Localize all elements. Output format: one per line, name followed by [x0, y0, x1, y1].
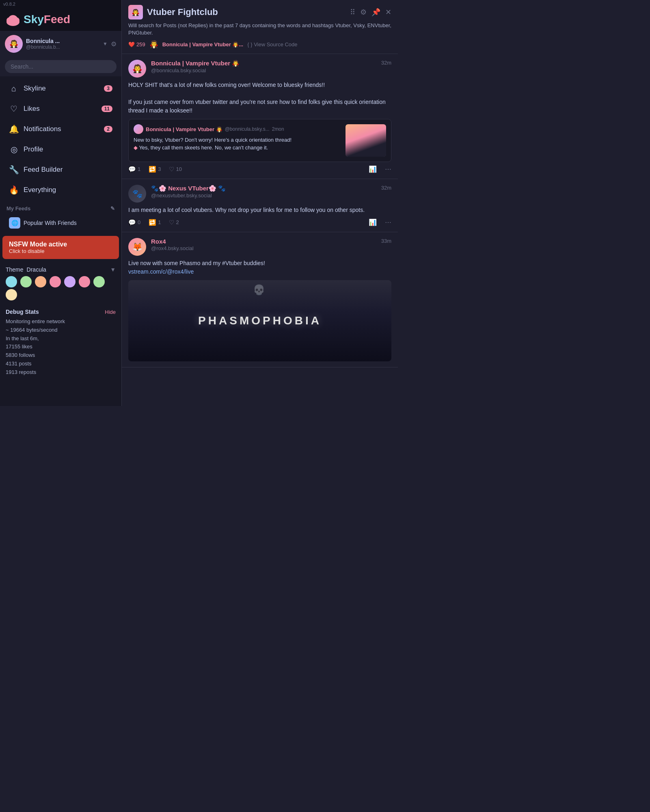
feed-avatar-small: 🧛 — [149, 40, 158, 49]
debug-line-4: 17155 likes — [6, 343, 116, 351]
logo-icon — [5, 11, 21, 28]
more-options-icon[interactable]: ⋯ — [385, 165, 391, 173]
post-author-handle: @bonnicula.bsky.social — [151, 67, 206, 73]
sidebar-item-label: Feed Builder — [24, 166, 112, 174]
wrench-icon: 🔧 — [9, 165, 19, 175]
likes-badge: 11 — [101, 106, 112, 112]
fire-icon: 🔥 — [9, 185, 19, 195]
search-input[interactable] — [5, 60, 117, 73]
debug-title: Debug Stats — [6, 309, 39, 315]
my-feeds-section: My Feeds ✎ — [0, 202, 121, 213]
embed-author-handle: @bonnicula.bsky.s... — [225, 126, 270, 132]
sliders-icon[interactable]: ⚙ — [360, 8, 367, 17]
like-button[interactable]: ♡ 2 — [169, 219, 179, 226]
nav-list: ⌂ Skyline 3 ♡ Likes 11 🔔 Notifications 2… — [0, 76, 121, 202]
sidebar-item-likes[interactable]: ♡ Likes 11 — [2, 99, 119, 119]
color-swatch-orange[interactable] — [35, 276, 46, 287]
feed-author[interactable]: Bonnicula | Vampire Vtuber 🧛... — [162, 41, 244, 48]
embed-avatar — [134, 124, 143, 134]
color-swatch-purple[interactable] — [64, 276, 76, 287]
chart-icon[interactable]: 📊 — [369, 165, 377, 173]
color-swatches — [6, 276, 116, 287]
post-avatar: 🦊 — [128, 238, 146, 256]
color-swatch-yellow2[interactable] — [6, 289, 17, 300]
repost-button[interactable]: 🔁 1 — [149, 219, 161, 226]
sidebar: v0.8.2 SkyFeed 🧛 Bonnicula ... @bonnicul… — [0, 0, 122, 406]
sidebar-item-label: Likes — [24, 105, 97, 113]
theme-section: Theme Dracula ▼ — [0, 262, 121, 304]
sidebar-item-label: Notifications — [24, 125, 99, 133]
sidebar-item-notifications[interactable]: 🔔 Notifications 2 — [2, 119, 119, 139]
chart-icon[interactable]: 📊 — [369, 218, 377, 226]
nsfw-subtitle: Click to disable — [9, 248, 112, 254]
likes-count: 259 — [136, 41, 145, 48]
chevron-down-icon[interactable]: ▼ — [103, 41, 108, 47]
reply-button[interactable]: 💬 1 — [128, 166, 140, 173]
repost-button[interactable]: 🔁 3 — [149, 166, 161, 173]
reply-count: 1 — [138, 166, 140, 172]
close-icon[interactable]: ✕ — [385, 8, 391, 17]
feed-description: Will search for Posts (not Replies) in t… — [128, 22, 391, 37]
post-time: 32m — [381, 185, 391, 191]
user-name: Bonnicula ... — [26, 38, 99, 44]
post-item: 🦊 Rox4 @rox4.bsky.social 33m Live now wi… — [122, 232, 398, 367]
repost-icon: 🔁 — [149, 219, 156, 226]
color-swatch-red[interactable] — [79, 276, 90, 287]
embed-content: New to bsky, Vtuber? Don't worry! Here's… — [134, 136, 341, 151]
feed-title: Vtuber Fightclub — [147, 7, 218, 17]
reply-button[interactable]: 💬 0 — [128, 219, 140, 226]
like-button[interactable]: ♡ 10 — [169, 166, 181, 173]
embed-image — [346, 124, 386, 157]
repost-icon: 🔁 — [149, 166, 156, 173]
more-options-icon[interactable]: ⋯ — [385, 218, 391, 226]
heart-icon: ❤️ — [128, 41, 135, 48]
nsfw-banner[interactable]: NSFW Mode active Click to disable — [2, 236, 119, 259]
reply-icon: 💬 — [128, 166, 136, 173]
color-swatch-cyan[interactable] — [6, 276, 17, 287]
reply-icon: 💬 — [128, 219, 136, 226]
edit-feeds-icon[interactable]: ✎ — [110, 205, 115, 212]
gear-icon[interactable]: ⚙ — [111, 40, 117, 48]
color-swatch-pink[interactable] — [50, 276, 61, 287]
sidebar-item-skyline[interactable]: ⌂ Skyline 3 — [2, 79, 119, 98]
grid-icon[interactable]: ⠿ — [350, 8, 355, 17]
embed-bullet: ◆ — [134, 145, 138, 151]
view-source-button[interactable]: { } View Source Code — [247, 41, 297, 48]
post-avatar: 🧛 — [128, 60, 146, 78]
version-label: v0.8.2 — [0, 0, 121, 8]
post-time: 33m — [381, 238, 391, 244]
notifications-badge: 2 — [104, 126, 112, 132]
heart-icon: ♡ — [9, 104, 19, 114]
popular-with-friends-feed[interactable]: 🌐 Popular With Friends — [2, 214, 119, 232]
user-handle: @bonnicula.b... — [26, 44, 99, 50]
debug-line-3: In the last 6m, — [6, 335, 116, 343]
post-author-name[interactable]: Rox4 — [151, 238, 166, 245]
like-count: 10 — [176, 166, 181, 172]
like-icon: ♡ — [169, 166, 174, 173]
feed-header-icons: ⠿ ⚙ 📌 ✕ — [350, 8, 391, 17]
sidebar-item-everything[interactable]: 🔥 Everything — [2, 180, 119, 200]
feed-avatar: 🧛 — [128, 5, 143, 19]
svg-point-3 — [9, 15, 17, 22]
pin-icon[interactable]: 📌 — [371, 8, 380, 17]
posts-container: 🧛 Bonnicula | Vampire Vtuber 🧛 @bonnicul… — [122, 54, 398, 406]
sidebar-item-label: Skyline — [24, 84, 99, 93]
color-swatch-yellow[interactable] — [93, 276, 105, 287]
post-link[interactable]: vstream.com/c/@rox4/live — [128, 268, 194, 275]
like-icon: ♡ — [169, 219, 174, 226]
theme-dropdown-icon[interactable]: ▼ — [110, 266, 116, 273]
sidebar-item-feed-builder[interactable]: 🔧 Feed Builder — [2, 160, 119, 179]
logo-text: SkyFeed — [24, 13, 70, 26]
phasmophobia-text: PHASMOPHOBIA — [198, 314, 322, 327]
sidebar-item-label: Everything — [24, 186, 112, 194]
post-author-name[interactable]: Bonnicula | Vampire Vtuber 🧛 — [151, 60, 240, 67]
sidebar-item-label: Profile — [24, 145, 112, 153]
embed-time: 2mon — [272, 126, 284, 132]
post-author-name[interactable]: 🐾🌸 Nexus VTuber🌸 🐾 — [151, 185, 226, 192]
post-actions: 💬 0 🔁 1 ♡ 2 📊 ⋯ — [128, 218, 391, 226]
sidebar-item-profile[interactable]: ◎ Profile — [2, 140, 119, 159]
user-profile-row[interactable]: 🧛 Bonnicula ... @bonnicula.b... ▼ ⚙ — [0, 31, 121, 57]
debug-hide-button[interactable]: Hide — [105, 309, 116, 315]
color-swatch-green[interactable] — [20, 276, 32, 287]
debug-line-2: ~ 19664 bytes/second — [6, 326, 116, 335]
